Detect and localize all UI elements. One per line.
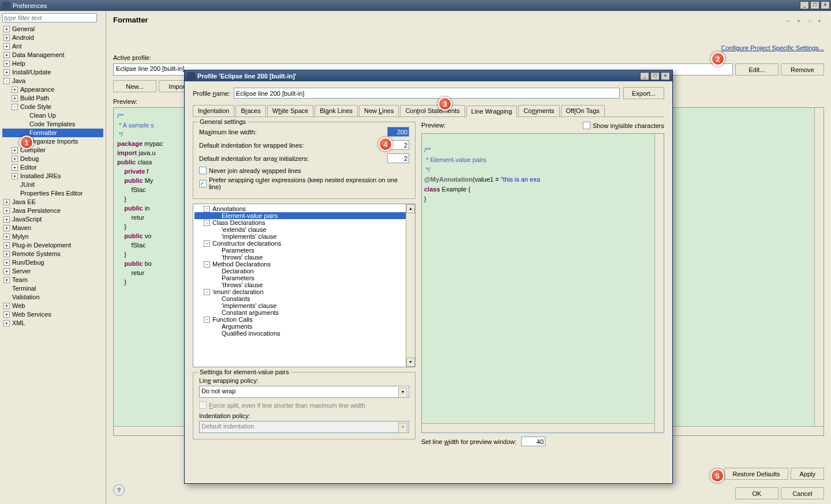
scrollbar-vertical[interactable] xyxy=(406,204,415,367)
tree-node[interactable]: Compiler xyxy=(2,146,103,155)
close-button[interactable]: × xyxy=(821,1,830,9)
wrap-tree-node[interactable]: Class Declarations xyxy=(194,219,414,226)
expand-icon[interactable] xyxy=(3,234,10,240)
wrap-tree-node[interactable]: Arguments xyxy=(194,323,414,330)
tree-node[interactable]: General xyxy=(2,25,103,33)
tab-comments[interactable]: Comments xyxy=(518,105,559,116)
apply-button[interactable]: Apply xyxy=(791,468,824,480)
never-join-checkbox[interactable] xyxy=(199,167,207,174)
tree-node[interactable]: Code Style xyxy=(2,103,103,111)
expand-icon[interactable] xyxy=(3,277,10,283)
tree-node[interactable]: Validation xyxy=(2,293,103,302)
tree-node[interactable]: Java xyxy=(2,77,103,85)
wrap-tree-node[interactable]: Parameters xyxy=(194,274,414,281)
new-button[interactable]: New... xyxy=(113,80,156,92)
tree-node[interactable]: Terminal xyxy=(2,284,103,293)
scrollbar-vertical[interactable] xyxy=(654,134,664,432)
scrollbar-horizontal[interactable] xyxy=(422,423,654,432)
forward-dropdown-icon[interactable] xyxy=(815,17,824,25)
expand-icon[interactable] xyxy=(3,43,10,50)
tree-node[interactable]: Help xyxy=(2,59,103,68)
wrap-tree-node[interactable]: Constant arguments xyxy=(194,309,414,316)
scrollbar-vertical[interactable] xyxy=(814,108,823,426)
tree-node[interactable]: Run/Debug xyxy=(2,258,103,267)
preview-width-input[interactable] xyxy=(521,437,545,446)
expand-icon[interactable] xyxy=(3,268,10,274)
indent-array-input[interactable] xyxy=(387,153,409,163)
expand-icon[interactable] xyxy=(3,199,10,205)
tree-node[interactable]: Remote Systems xyxy=(2,250,103,258)
wrap-tree-node[interactable]: 'implements' clause xyxy=(194,233,414,240)
tab-control-statements[interactable]: Control Statements xyxy=(400,105,465,116)
dialog-minimize-button[interactable]: _ xyxy=(640,72,649,80)
wrap-tree-node[interactable]: Annotations xyxy=(194,205,414,212)
tree-node[interactable]: Ant xyxy=(2,42,103,51)
tree-node[interactable]: Properties Files Editor xyxy=(2,189,103,198)
wrap-tree-node[interactable]: Qualified invocations xyxy=(194,330,414,337)
tree-node[interactable]: Java EE xyxy=(2,198,103,206)
expand-icon[interactable] xyxy=(3,320,10,326)
wrap-tree-node[interactable]: 'implements' clause xyxy=(194,302,414,309)
tab-new-lines[interactable]: New Lines xyxy=(359,105,399,116)
expand-icon[interactable] xyxy=(12,86,18,93)
wrap-tree-node[interactable]: Declaration xyxy=(194,268,414,274)
collapse-icon[interactable] xyxy=(204,240,210,247)
wrap-policy-select[interactable]: Do not wrap xyxy=(199,386,409,398)
tab-white-space[interactable]: White Space xyxy=(267,105,313,116)
wrap-tree-node[interactable]: 'throws' clause xyxy=(194,254,414,261)
tree-node[interactable]: Installed JREs xyxy=(2,172,103,180)
show-invisible-checkbox[interactable] xyxy=(583,122,590,129)
expand-icon[interactable] xyxy=(3,303,10,309)
tree-node[interactable]: Build Path xyxy=(2,94,103,103)
configure-project-link[interactable]: Configure Project Specific Settings... xyxy=(721,44,824,51)
tree-node[interactable]: Java Persistence xyxy=(2,206,103,215)
tree-node[interactable]: Debug xyxy=(2,155,103,163)
tree-node[interactable]: Android xyxy=(2,33,103,42)
minimize-button[interactable]: _ xyxy=(800,1,809,9)
tree-node[interactable]: Data Management xyxy=(2,51,103,59)
expand-icon[interactable] xyxy=(3,208,10,214)
tree-node[interactable]: JavaScript xyxy=(2,215,103,224)
dialog-titlebar[interactable]: Profile 'Eclipse line 200 [built-in]' xyxy=(185,70,672,81)
tree-node[interactable]: Editor xyxy=(2,163,103,172)
tab-braces[interactable]: Braces xyxy=(235,105,265,116)
edit-button[interactable]: Edit... xyxy=(735,63,778,76)
tree-node[interactable]: XML xyxy=(2,319,103,328)
back-icon[interactable] xyxy=(784,17,793,25)
expand-icon[interactable] xyxy=(3,26,10,32)
tree-node[interactable]: Web xyxy=(2,302,103,310)
prefer-outer-checkbox[interactable] xyxy=(199,180,207,187)
expand-icon[interactable] xyxy=(3,242,10,249)
max-line-width-input[interactable] xyxy=(387,127,409,137)
expand-icon[interactable] xyxy=(3,61,10,67)
wrap-tree-node[interactable]: Constants xyxy=(194,295,414,302)
tree-node[interactable]: JUnit xyxy=(2,180,103,189)
back-dropdown-icon[interactable] xyxy=(794,17,803,25)
expand-icon[interactable] xyxy=(12,147,18,153)
maximize-button[interactable]: □ xyxy=(810,1,819,9)
tree-node[interactable]: Server xyxy=(2,267,103,276)
dialog-maximize-button[interactable]: □ xyxy=(650,72,660,80)
wrap-tree-node[interactable]: 'extends' clause xyxy=(194,226,414,233)
forward-icon[interactable] xyxy=(804,17,814,25)
expand-icon[interactable] xyxy=(3,69,10,76)
cancel-button[interactable]: Cancel xyxy=(781,487,824,499)
expand-icon[interactable] xyxy=(3,35,10,41)
tree-node[interactable]: Install/Update xyxy=(2,68,103,77)
help-icon[interactable]: ? xyxy=(113,484,125,496)
collapse-icon[interactable] xyxy=(3,78,10,84)
tree-node[interactable]: Appearance xyxy=(2,85,103,94)
expand-icon[interactable] xyxy=(3,52,10,58)
remove-button[interactable]: Remove xyxy=(781,63,824,76)
wrap-tree-node[interactable]: 'throws' clause xyxy=(194,281,414,288)
tree-node[interactable]: Formatter xyxy=(2,129,103,137)
collapse-icon[interactable] xyxy=(204,206,210,212)
tree-node[interactable]: Web Services xyxy=(2,310,103,319)
tab-blank-lines[interactable]: Blank Lines xyxy=(315,105,358,116)
tree-node[interactable]: Clean Up xyxy=(2,111,103,120)
tree-node[interactable]: Mylyn xyxy=(2,232,103,241)
expand-icon[interactable] xyxy=(12,173,18,179)
collapse-icon[interactable] xyxy=(204,317,210,323)
tab-off-on-tags[interactable]: Off/On Tags xyxy=(561,105,605,116)
prefs-tree[interactable]: GeneralAndroidAntData ManagementHelpInst… xyxy=(2,25,103,328)
